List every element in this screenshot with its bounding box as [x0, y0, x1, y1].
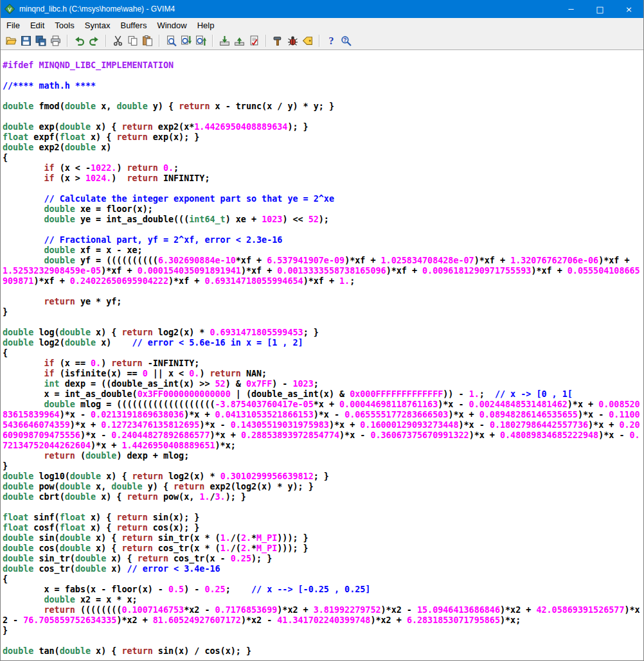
svg-text:?: ? — [343, 37, 346, 43]
code-line — [3, 71, 642, 81]
redo-button[interactable] — [87, 33, 102, 48]
gvim-window: V minqnd_libc.h (C:\msys\home\wahe) - GV… — [0, 0, 644, 661]
code-line: x = int_as_double(0x3FF0000000000000 | (… — [3, 389, 642, 400]
menu-item-buffers[interactable]: Buffers — [115, 19, 152, 32]
code-line — [3, 112, 642, 122]
code-line: double cbrt(double x) { return pow(x, 1.… — [3, 492, 642, 502]
title-bar: V minqnd_libc.h (C:\msys\home\wahe) - GV… — [1, 0, 643, 18]
code-line: return ye * yf; — [3, 297, 642, 307]
menu-bar: FileEditToolsSyntaxBuffersWindowHelp — [1, 18, 643, 32]
code-line — [3, 225, 642, 235]
code-line: #ifdef MINQND_LIBC_IMPLEMENTATION — [3, 60, 642, 71]
code-line: double exp2(double x) — [3, 143, 642, 153]
text-area[interactable]: #ifdef MINQND_LIBC_IMPLEMENTATION //****… — [1, 50, 643, 660]
code-line — [3, 636, 642, 646]
maximize-button[interactable]: □ — [586, 0, 614, 18]
toolbar: ?? — [1, 32, 643, 50]
undo-icon — [74, 35, 85, 46]
toolbar-separator — [265, 35, 267, 47]
code-line: return ((((((((0.1007146753*x2 - 0.71768… — [3, 605, 642, 626]
run-script-icon — [249, 35, 260, 46]
code-line: double cos(double x) { return cos_tr(x *… — [3, 543, 642, 554]
find-help-button[interactable]: ? — [339, 33, 353, 48]
cut-icon — [112, 35, 123, 46]
paste-icon — [142, 35, 153, 46]
save-all-icon — [35, 35, 46, 46]
code-line — [3, 184, 642, 194]
code-line: double pow(double x, double y) { return … — [3, 482, 642, 492]
code-line: float expf(float x) { return exp(x); } — [3, 132, 642, 143]
close-button[interactable]: × — [614, 0, 643, 18]
code-line: float sinf(float x) { return sin(x); } — [3, 513, 642, 523]
code-line: if (x == 0.) return -INFINITY; — [3, 358, 642, 369]
menu-item-edit[interactable]: Edit — [25, 19, 49, 32]
undo-button[interactable] — [72, 33, 87, 48]
print-button[interactable] — [48, 33, 63, 48]
code-line: double sin_tr(double x) { return cos_tr(… — [3, 554, 642, 564]
code-line — [3, 502, 642, 513]
menu-item-syntax[interactable]: Syntax — [80, 19, 116, 32]
code-line — [3, 91, 642, 101]
code-line: double log10(double x) { return log2(x) … — [3, 472, 642, 482]
cut-button[interactable] — [111, 33, 125, 48]
save-icon — [21, 35, 31, 46]
menu-item-file[interactable]: File — [1, 19, 25, 32]
code-line: double mlog = (((((((((((((((((((-3.8754… — [3, 400, 642, 451]
code-line: double fmod(double x, double y) { return… — [3, 101, 642, 112]
minimize-button[interactable]: ─ — [557, 0, 586, 18]
redo-icon — [89, 35, 100, 46]
code-line: { — [3, 153, 642, 163]
open-button[interactable] — [4, 33, 19, 48]
make-icon — [273, 35, 283, 46]
code-line: double exp(double x) { return exp2(x*1.4… — [3, 122, 642, 132]
toolbar-separator — [159, 35, 160, 47]
save-button[interactable] — [19, 33, 33, 48]
save-all-button[interactable] — [33, 33, 48, 48]
tag-jump-button[interactable] — [300, 33, 315, 48]
find-button[interactable] — [164, 33, 179, 48]
menu-item-help[interactable]: Help — [192, 19, 220, 32]
make-button[interactable] — [271, 33, 285, 48]
code-line: } — [3, 307, 642, 317]
window-title: minqnd_libc.h (C:\msys\home\wahe) - GVIM… — [19, 4, 557, 13]
code-line: int dexp = ((double_as_int(x) >> 52) & 0… — [3, 379, 642, 389]
find-next-icon — [181, 35, 192, 46]
code-line: if (x > 1024.) return INFINITY; — [3, 173, 642, 184]
code-line: double cos_tr(double x) // error < 3.4e-… — [3, 564, 642, 574]
code-line: if (x < -1022.) return 0.; — [3, 163, 642, 173]
build-tags-icon — [287, 35, 298, 46]
load-session-icon — [219, 35, 230, 46]
load-session-button[interactable] — [217, 33, 232, 48]
copy-icon — [127, 35, 138, 46]
code-line: double sin(double x) { return sin_tr(x *… — [3, 533, 642, 543]
build-tags-button[interactable] — [285, 33, 300, 48]
code-line: double log(double x) { return log2(x) * … — [3, 328, 642, 338]
svg-text:V: V — [8, 6, 12, 13]
open-icon — [6, 35, 17, 46]
run-script-button[interactable] — [247, 33, 262, 48]
menu-item-tools[interactable]: Tools — [49, 19, 79, 32]
code-line: double x2 = x * x; — [3, 595, 642, 605]
print-icon — [50, 35, 61, 46]
tag-jump-icon — [302, 35, 313, 46]
find-next-button[interactable] — [179, 33, 193, 48]
menu-item-window[interactable]: Window — [152, 19, 192, 32]
find-help-icon: ? — [341, 35, 352, 46]
help-icon: ? — [326, 35, 337, 46]
code-line: { — [3, 348, 642, 358]
code-line: { — [3, 574, 642, 585]
find-prev-button[interactable] — [193, 33, 208, 48]
paste-button[interactable] — [140, 33, 155, 48]
code-line: double xf = x - xe; — [3, 245, 642, 256]
code-line: } — [3, 626, 642, 636]
copy-button[interactable] — [125, 33, 140, 48]
code-line — [3, 317, 642, 328]
code-line: float cosf(float x) { return cos(x); } — [3, 523, 642, 533]
help-button[interactable]: ? — [324, 33, 339, 48]
code-line: double ye = int_as_double(((int64_t) xe … — [3, 215, 642, 225]
find-prev-icon — [195, 35, 206, 46]
code-line: } — [3, 461, 642, 472]
save-session-button[interactable] — [232, 33, 247, 48]
code-line: // Calculate the integer exponent part s… — [3, 194, 642, 204]
toolbar-separator — [105, 35, 107, 47]
